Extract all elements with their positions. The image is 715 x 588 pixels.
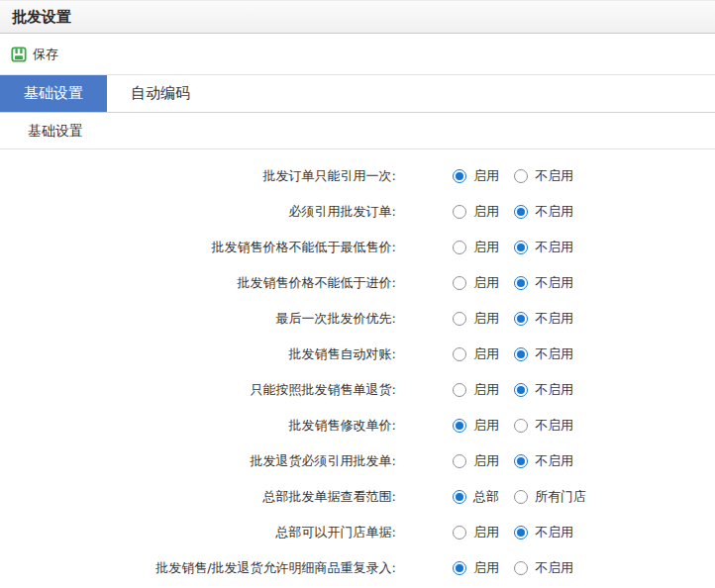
radio-icon[interactable]: [453, 276, 466, 290]
page-title-bar: 批发设置: [0, 0, 715, 34]
radio-option[interactable]: 启用: [453, 559, 499, 577]
setting-options: 启用 不启用: [453, 203, 573, 221]
radio-option[interactable]: 启用: [453, 381, 499, 399]
radio-icon[interactable]: [514, 561, 528, 575]
radio-icon[interactable]: [453, 383, 466, 397]
radio-option[interactable]: 所有门店: [514, 488, 586, 506]
setting-label: 必须引用批发订单:: [0, 203, 396, 221]
radio-option[interactable]: 不启用: [514, 524, 573, 541]
radio-option-label: 不启用: [535, 559, 573, 577]
radio-option-label: 不启用: [535, 310, 573, 328]
save-button[interactable]: 保存: [11, 46, 58, 63]
radio-option[interactable]: 启用: [453, 417, 499, 435]
radio-icon[interactable]: [514, 347, 528, 361]
setting-label: 批发销售自动对账:: [0, 345, 396, 363]
radio-option[interactable]: 启用: [453, 310, 499, 328]
setting-label: 批发订单只能引用一次:: [0, 167, 396, 185]
setting-options: 启用 不启用: [453, 559, 573, 577]
tab-0[interactable]: 基础设置: [0, 75, 107, 112]
radio-icon[interactable]: [514, 419, 528, 433]
radio-option-label: 不启用: [535, 381, 573, 399]
radio-icon[interactable]: [453, 205, 466, 219]
radio-icon[interactable]: [514, 241, 528, 254]
radio-option-label: 启用: [473, 274, 499, 292]
radio-option-label: 启用: [473, 345, 499, 363]
radio-option[interactable]: 启用: [453, 345, 499, 363]
radio-option-label: 不启用: [535, 167, 573, 185]
radio-option[interactable]: 不启用: [514, 559, 573, 577]
radio-option-label: 不启用: [535, 345, 573, 363]
radio-option[interactable]: 总部: [453, 488, 499, 506]
setting-options: 启用 不启用: [453, 274, 573, 292]
radio-option[interactable]: 启用: [453, 452, 499, 470]
radio-option[interactable]: 启用: [453, 239, 499, 256]
radio-icon[interactable]: [453, 241, 466, 254]
radio-option[interactable]: 不启用: [514, 167, 573, 185]
radio-option[interactable]: 不启用: [514, 345, 573, 363]
setting-options: 启用 不启用: [453, 167, 573, 185]
save-button-label: 保存: [33, 46, 58, 63]
radio-option[interactable]: 不启用: [514, 274, 573, 292]
radio-option-label: 不启用: [535, 417, 573, 435]
radio-icon[interactable]: [514, 169, 528, 183]
radio-option-label: 启用: [473, 203, 499, 221]
radio-icon[interactable]: [453, 419, 466, 433]
setting-row: 最后一次批发价优先: 启用 不启用: [0, 301, 715, 337]
radio-icon[interactable]: [514, 312, 528, 326]
tab-bar: 基础设置自动编码: [0, 75, 715, 113]
radio-icon[interactable]: [453, 169, 466, 183]
page-title: 批发设置: [12, 8, 71, 27]
radio-icon[interactable]: [514, 276, 528, 290]
radio-option[interactable]: 不启用: [514, 203, 573, 221]
radio-icon[interactable]: [453, 561, 466, 575]
radio-option-label: 总部: [473, 488, 499, 506]
radio-option-label: 启用: [473, 239, 499, 256]
setting-label: 总部可以开门店单据:: [0, 524, 396, 541]
setting-label: 批发销售价格不能低于最低售价:: [0, 239, 396, 256]
radio-option-label: 启用: [473, 310, 499, 328]
radio-option[interactable]: 不启用: [514, 452, 573, 470]
radio-icon[interactable]: [453, 490, 466, 504]
radio-option-label: 不启用: [535, 274, 573, 292]
setting-options: 启用 不启用: [453, 381, 573, 399]
radio-option[interactable]: 不启用: [514, 417, 573, 435]
setting-options: 启用 不启用: [453, 345, 573, 363]
settings-list: 批发订单只能引用一次: 启用 不启用 必须引用批发订单: 启用 不启用 批发销售…: [0, 149, 715, 586]
setting-label: 批发销售修改单价:: [0, 417, 396, 435]
radio-icon[interactable]: [514, 205, 528, 219]
setting-options: 启用 不启用: [453, 417, 573, 435]
setting-label: 批发销售价格不能低于进价:: [0, 274, 396, 292]
radio-icon[interactable]: [453, 312, 466, 326]
radio-option-label: 启用: [473, 381, 499, 399]
radio-option[interactable]: 不启用: [514, 381, 573, 399]
radio-icon[interactable]: [514, 454, 528, 468]
toolbar: 保存: [0, 34, 715, 75]
setting-row: 总部可以开门店单据: 启用 不启用: [0, 515, 715, 550]
radio-option[interactable]: 不启用: [514, 239, 573, 256]
radio-option[interactable]: 启用: [453, 274, 499, 292]
setting-row: 批发销售修改单价: 启用 不启用: [0, 408, 715, 443]
radio-option[interactable]: 启用: [453, 203, 499, 221]
tab-1[interactable]: 自动编码: [107, 75, 214, 112]
setting-row: 批发订单只能引用一次: 启用 不启用: [0, 158, 715, 194]
radio-icon[interactable]: [514, 383, 528, 397]
radio-option[interactable]: 启用: [453, 524, 499, 541]
radio-icon[interactable]: [514, 490, 528, 504]
radio-icon[interactable]: [453, 347, 466, 361]
setting-options: 启用 不启用: [453, 524, 573, 541]
radio-option-label: 不启用: [535, 524, 573, 541]
radio-icon[interactable]: [453, 526, 466, 539]
setting-label: 最后一次批发价优先:: [0, 310, 396, 328]
radio-option-label: 启用: [473, 559, 499, 577]
setting-row: 必须引用批发订单: 启用 不启用: [0, 194, 715, 230]
radio-option-label: 启用: [473, 167, 499, 185]
radio-option[interactable]: 不启用: [514, 310, 573, 328]
setting-options: 启用 不启用: [453, 239, 573, 256]
setting-label: 批发退货必须引用批发单:: [0, 452, 396, 470]
setting-label: 总部批发单据查看范围:: [0, 488, 396, 506]
radio-option[interactable]: 启用: [453, 167, 499, 185]
setting-row: 批发销售价格不能低于进价: 启用 不启用: [0, 265, 715, 301]
setting-row: 批发销售/批发退货允许明细商品重复录入: 启用 不启用: [0, 550, 715, 586]
radio-icon[interactable]: [453, 454, 466, 468]
radio-icon[interactable]: [514, 526, 528, 539]
